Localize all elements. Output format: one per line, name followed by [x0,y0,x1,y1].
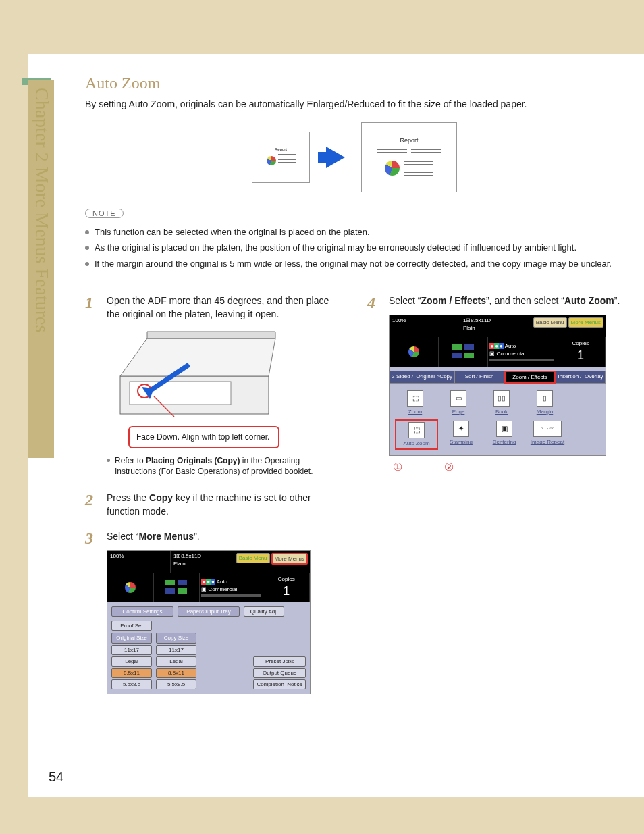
icon-label: Margin [537,408,553,415]
step-number: 3 [85,530,99,694]
book-feature[interactable]: ▯▯Book [483,390,520,415]
text-lines-icon [377,147,407,156]
illu-big: Report [361,122,457,192]
document-page: Chapter 2 More Menus Features Auto Zoom … [28,54,644,797]
size-button[interactable]: Legal [156,656,196,667]
illu-small-label: Report [275,147,287,151]
arrow-right-icon [326,147,345,168]
preview-icon [408,346,419,357]
size-button[interactable]: 8.5x11 [156,668,196,678]
content-area: Auto Zoom By setting Auto Zoom, original… [85,74,624,706]
feature-icon-grid: ⬚Zoom ▭Edge ▯▯Book ▯Margin ⬚Auto Zoom ✦S… [390,384,606,455]
step-body: Select “Zoom / Effects”, and then select… [389,294,624,475]
stamping-feature[interactable]: ✦Stamping [442,421,480,448]
image-repeat-feature[interactable]: ▫→▫▫Image Repeat [529,421,566,448]
text-lines-icon [411,147,441,156]
commercial-label: Commercial [497,350,526,357]
centering-feature[interactable]: ▣Centering [485,421,523,448]
quality-adj-button[interactable]: Quality Adj. [244,606,284,617]
step-4: 4 Select “Zoom / Effects”, and then sele… [367,294,624,475]
tab-zoom-effects[interactable]: Zoom / Effects [504,371,556,384]
copies-label: Copies [572,340,589,347]
size-button[interactable]: 5.5x8.5 [111,679,152,689]
auto-zoom-feature[interactable]: ⬚Auto Zoom [396,421,437,448]
chapter-tab-text: Chapter 2 More Menus Features [31,88,53,332]
size-button[interactable]: 11x17 [156,645,196,655]
margin-icon: ▯ [537,390,553,407]
size-button[interactable]: 8.5x11 [111,668,152,678]
confirm-settings-button[interactable]: Confirm Settings [111,606,173,617]
sub-text: Refer to [115,456,146,465]
page-number: 54 [49,769,63,785]
margin-feature[interactable]: ▯Margin [526,390,564,415]
screen-zoom: 100% [107,551,171,573]
step-number: 4 [367,294,381,475]
arrows-cell [439,337,488,367]
size-button[interactable]: Legal [111,656,152,667]
commercial-label: Commercial [209,586,238,592]
callout-numbers: ① ② [393,460,624,475]
copies-cell: Copies 1 [556,337,606,367]
paper-tray-button[interactable]: Paper/Output Tray [178,606,240,617]
proof-set-button[interactable]: Proof Set [111,621,152,631]
step-1: 1 Open the ADF more than 45 degrees, and… [85,294,342,479]
tab-insertion-overlay[interactable]: Insertion / Overlay [556,371,606,384]
svg-marker-2 [120,338,275,376]
screen-zoom: 100% [390,315,460,337]
note-item: This function can be selected when the o… [85,226,624,238]
left-column: 1 Open the ADF more than 45 degrees, and… [85,294,342,706]
step-text-bold: More Menus [138,531,194,542]
book-icon: ▯▯ [493,390,510,407]
illu-big-label: Report [400,137,418,144]
preview-thumb [107,573,154,602]
step-text: Press the [107,492,149,503]
basic-menu-tab[interactable]: Basic Menu [533,317,567,328]
sub-bullet-item: Refer to Placing Originals (Copy) in the… [107,455,342,477]
svg-rect-10 [165,588,175,594]
preview-thumb [390,337,439,367]
separator [85,282,624,282]
output-queue-button[interactable]: Output Queue [253,668,306,678]
zoom-feature[interactable]: ⬚Zoom [396,390,434,415]
sub-text-bold: Placing Originals (Copy) [146,456,240,465]
image-repeat-icon: ▫→▫▫ [533,421,562,437]
step-body: Select “More Menus”. 100% 1⊞8.5x11D Plai… [107,530,342,694]
auto-label: Auto [217,579,227,585]
svg-rect-1 [130,382,231,405]
edge-feature[interactable]: ▭Edge [439,390,477,415]
tab-sort-finish[interactable]: Sort / Finish [454,371,504,384]
completion-notice-button[interactable]: Completion Notice [253,679,306,689]
original-size-header: Original Size [111,633,152,643]
auto-color-cell: ●●● Auto ▣ Commercial [488,337,556,367]
copies-label: Copies [278,575,295,583]
more-menus-tab[interactable]: More Menus [568,317,603,328]
note-badge: NOTE [85,209,124,218]
step-text-bold: Copy [149,492,173,503]
copies-cell: Copies 1 [263,573,310,602]
section-title: Auto Zoom [85,74,624,93]
adf-illustration [107,329,342,427]
svg-rect-14 [452,353,462,358]
circled-1: ① [393,460,402,475]
svg-rect-8 [165,580,175,585]
icon-label: Auto Zoom [403,440,429,447]
tab-2sided[interactable]: 2-Sided / Original->Copy [390,371,454,384]
note-item: As the original is placed on the platen,… [85,242,624,254]
right-column: 4 Select “Zoom / Effects”, and then sele… [367,294,624,706]
more-menus-tab[interactable]: More Menus [271,553,308,565]
callout-box: Face Down. Align with top left corner. [128,426,279,448]
copier-screenshot-basic: 100% 1⊞8.5x11D Plain Basic Menu More Men… [107,550,311,694]
section-description: By setting Auto Zoom, originals can be a… [85,98,624,111]
size-button[interactable]: 11x17 [111,645,152,655]
size-button[interactable]: 5.5x8.5 [156,679,196,689]
feature-tabbar: 2-Sided / Original->Copy Sort / Finish Z… [390,371,606,384]
adf-svg [107,329,282,423]
preset-jobs-button[interactable]: Preset Jobs [253,656,306,667]
basic-menu-tab[interactable]: Basic Menu [236,553,270,563]
steps-columns: 1 Open the ADF more than 45 degrees, and… [85,294,624,706]
svg-rect-11 [178,588,187,594]
svg-rect-9 [178,580,187,585]
copy-size-header: Copy Size [156,633,196,643]
icon-label: Centering [493,438,516,446]
copies-count: 1 [577,347,584,364]
